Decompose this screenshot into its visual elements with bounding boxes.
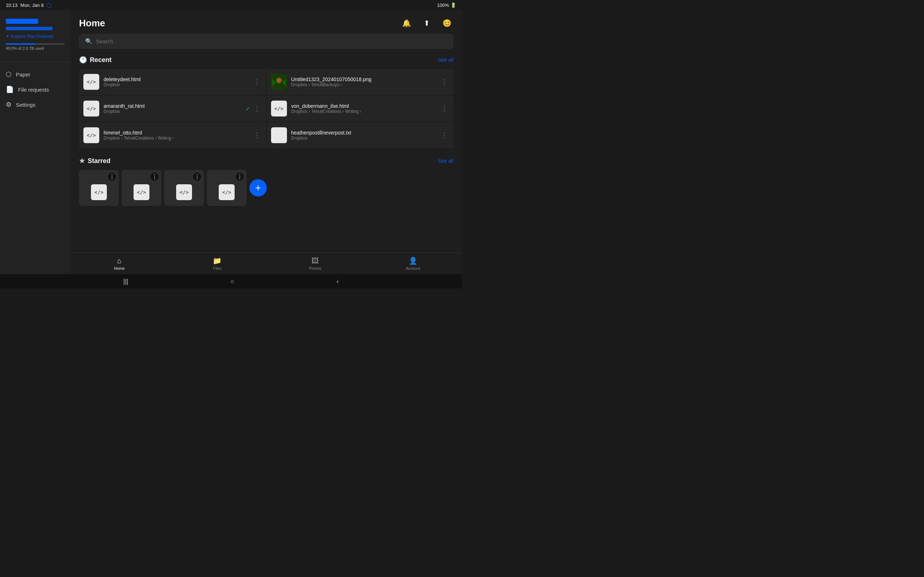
storage-text: 49.0% of 2.0 TB used bbox=[6, 46, 65, 50]
file-path: Dropbox bbox=[103, 109, 241, 114]
file-item[interactable]: </> deleteydeet.html Dropbox ⋮ bbox=[79, 69, 266, 95]
starred-item[interactable]: + bbox=[249, 179, 267, 197]
recent-see-all-button[interactable]: See all bbox=[438, 57, 453, 63]
star-icon: ★ bbox=[79, 157, 85, 165]
file-actions: ⋮ bbox=[439, 103, 449, 114]
nav-item-files[interactable]: 📁 Files bbox=[168, 253, 266, 274]
search-input[interactable] bbox=[96, 38, 447, 44]
starred-file-thumbnail: </> bbox=[219, 184, 234, 200]
file-more-button[interactable]: ⋮ bbox=[252, 76, 262, 87]
file-info: deleteydeet.html Dropbox bbox=[103, 76, 248, 87]
status-left: 10:13 Mon, Jan 8 ⬡ bbox=[6, 2, 52, 9]
user-name-blur bbox=[6, 19, 38, 24]
file-item[interactable]: Untitled1323_20240107050018.png Dropbox … bbox=[267, 69, 454, 95]
time: 10:13 bbox=[6, 3, 18, 8]
file-info: von_dobermann_ilse.html Dropbox › Tehuti… bbox=[291, 103, 436, 114]
file-path: Dropbox › TehutiCreations › Writing › bbox=[291, 109, 436, 114]
file-item[interactable]: </> amaranth_rat.html Dropbox ✓ ⋮ bbox=[79, 95, 266, 121]
file-path: Dropbox › TehutiBackups › bbox=[291, 82, 436, 87]
synced-check-icon: ✓ bbox=[246, 105, 250, 112]
file-name: von_dobermann_ilse.html bbox=[291, 103, 436, 109]
profile-button[interactable]: 😊 bbox=[440, 16, 453, 29]
search-bar[interactable]: 🔍 bbox=[79, 34, 453, 49]
android-menu-button[interactable]: ||| bbox=[121, 275, 131, 288]
file-path: Dropbox bbox=[103, 82, 248, 87]
svg-point-2 bbox=[277, 79, 281, 82]
sidebar-item-label-file-requests: File requests bbox=[18, 87, 49, 93]
file-item[interactable]: </> von_dobermann_ilse.html Dropbox › Te… bbox=[267, 95, 454, 121]
file-more-button[interactable]: ⋮ bbox=[252, 130, 262, 141]
file-actions: ⋮ bbox=[439, 76, 449, 87]
file-name: deleteydeet.html bbox=[103, 76, 248, 82]
bell-icon: 🔔 bbox=[402, 19, 411, 27]
starred-file-thumbnail: </> bbox=[91, 184, 107, 200]
recent-section-header: 🕐 Recent See all bbox=[79, 56, 453, 64]
file-actions: ⋮ bbox=[252, 76, 262, 87]
starred-item[interactable]: ⋮ </> bbox=[207, 170, 247, 206]
page-title: Home bbox=[79, 18, 105, 29]
starred-item[interactable]: ⋮ </> bbox=[164, 170, 204, 206]
file-info: Untitled1323_20240107050018.png Dropbox … bbox=[291, 76, 436, 87]
home-icon: ⌂ bbox=[117, 257, 122, 265]
starred-item-more-button[interactable]: ⋮ bbox=[108, 173, 116, 181]
android-home-button[interactable]: ○ bbox=[228, 275, 237, 288]
starred-see-all-button[interactable]: See all bbox=[438, 158, 453, 164]
starred-item-more-button[interactable]: ⋮ bbox=[236, 173, 244, 181]
account-icon: 👤 bbox=[409, 256, 418, 265]
nav-item-account[interactable]: 👤 Account bbox=[364, 253, 462, 274]
nav-item-photos[interactable]: 🖼 Photos bbox=[267, 253, 364, 274]
nav-label-home: Home bbox=[114, 266, 124, 271]
file-path: Dropbox bbox=[291, 135, 436, 141]
storage-bar-fill bbox=[6, 43, 35, 45]
battery-text: 100% bbox=[437, 3, 449, 8]
file-item[interactable]: </> himmel_otto.html Dropbox › TehutiCre… bbox=[79, 122, 266, 148]
bottom-nav: ⌂ Home 📁 Files 🖼 Photos 👤 Account bbox=[70, 253, 462, 274]
file-info: himmel_otto.html Dropbox › TehutiCreatio… bbox=[103, 130, 248, 141]
main-layout: ✦ Explore Plus Features 49.0% of 2.0 TB … bbox=[0, 10, 462, 274]
file-thumbnail bbox=[271, 74, 287, 90]
dropbox-status-icon: ⬡ bbox=[47, 2, 52, 9]
nav-label-files: Files bbox=[213, 266, 221, 271]
starred-file-thumbnail: </> bbox=[176, 184, 192, 200]
starred-item-more-button[interactable]: ⋮ bbox=[193, 173, 201, 181]
upload-button[interactable]: ⬆ bbox=[420, 16, 433, 29]
fab-plus-icon: + bbox=[255, 182, 261, 193]
file-more-button[interactable]: ⋮ bbox=[439, 130, 449, 141]
nav-label-photos: Photos bbox=[309, 266, 321, 271]
file-thumbnail: </> bbox=[83, 127, 99, 143]
explore-plus-link[interactable]: ✦ Explore Plus Features bbox=[6, 34, 65, 39]
file-path: Dropbox › TehutiCreations › Writing › bbox=[103, 135, 248, 141]
file-actions: ✓ ⋮ bbox=[246, 103, 262, 114]
file-info: heathenpostillneverpost.txt Dropbox bbox=[291, 130, 436, 141]
file-more-button[interactable]: ⋮ bbox=[439, 103, 449, 114]
file-more-button[interactable]: ⋮ bbox=[439, 76, 449, 87]
plus-icon: ✦ bbox=[6, 34, 10, 39]
recent-files-grid: </> deleteydeet.html Dropbox ⋮ bbox=[79, 69, 453, 148]
file-thumbnail: </> bbox=[271, 101, 287, 116]
sidebar-item-settings[interactable]: ⚙ Settings bbox=[0, 97, 70, 112]
file-thumbnail: </> bbox=[83, 74, 99, 90]
notifications-button[interactable]: 🔔 bbox=[400, 16, 413, 29]
user-email-blur bbox=[6, 27, 53, 30]
scrollable-content: 🕐 Recent See all </> deleteydeet.html Dr… bbox=[70, 55, 462, 253]
file-item[interactable]: heathenpostillneverpost.txt Dropbox ⋮ bbox=[267, 122, 454, 148]
sidebar-item-label-settings: Settings bbox=[16, 102, 36, 108]
sidebar-item-paper[interactable]: ⬡ Paper bbox=[0, 67, 70, 82]
starred-item[interactable]: ⋮ </> bbox=[79, 170, 119, 206]
search-container: 🔍 bbox=[70, 34, 462, 55]
status-bar: 10:13 Mon, Jan 8 ⬡ 100% 🔋 bbox=[0, 0, 462, 10]
nav-item-home[interactable]: ⌂ Home bbox=[70, 253, 168, 274]
android-back-button[interactable]: ‹ bbox=[333, 275, 341, 288]
spider-icon bbox=[271, 74, 287, 90]
search-icon: 🔍 bbox=[85, 38, 92, 45]
starred-title: ★ Starred bbox=[79, 157, 110, 165]
content-area: Home 🔔 ⬆ 😊 🔍 bbox=[70, 10, 462, 274]
starred-item[interactable]: ⋮ </> bbox=[122, 170, 162, 206]
explore-plus-label: Explore Plus Features bbox=[11, 34, 53, 39]
sidebar-item-label-paper: Paper bbox=[16, 71, 30, 77]
sidebar-item-file-requests[interactable]: 📄 File requests bbox=[0, 82, 70, 97]
file-more-button[interactable]: ⋮ bbox=[252, 103, 262, 114]
file-name: amaranth_rat.html bbox=[103, 103, 241, 109]
starred-item-more-button[interactable]: ⋮ bbox=[150, 173, 158, 181]
starred-label: Starred bbox=[88, 157, 110, 165]
